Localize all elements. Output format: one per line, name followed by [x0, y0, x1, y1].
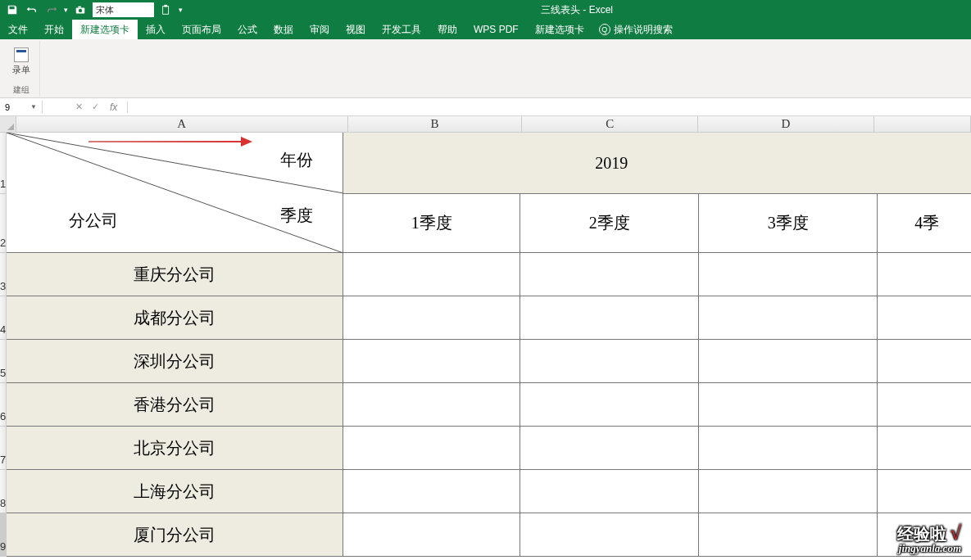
tab-insert[interactable]: 插入 [138, 20, 174, 39]
svg-rect-3 [163, 7, 169, 15]
data-cell[interactable] [343, 513, 520, 557]
company-cell[interactable]: 北京分公司 [7, 427, 343, 470]
year-cell[interactable]: 2019 [343, 133, 879, 194]
data-cell[interactable] [520, 513, 699, 557]
data-cell[interactable] [699, 513, 878, 557]
redo-icon[interactable] [44, 2, 59, 17]
company-cell[interactable]: 重庆分公司 [7, 253, 343, 296]
quarter-4-cell[interactable]: 4季 [878, 194, 971, 253]
tab-newtab2[interactable]: 新建选项卡 [527, 20, 592, 39]
data-cell[interactable] [878, 470, 971, 513]
formula-input[interactable] [128, 101, 971, 114]
titlebar: ▾ 宋体 ▾ 三线表头 - Excel [0, 0, 971, 20]
save-icon[interactable] [5, 2, 20, 17]
header-company-label: 分公司 [69, 210, 118, 232]
column-header-d[interactable]: D [698, 116, 874, 133]
row-header-8[interactable]: 8 [0, 470, 7, 513]
data-cell[interactable] [878, 383, 971, 427]
group-label: 建组 [13, 84, 29, 96]
year-cell-overflow[interactable] [879, 133, 971, 194]
quarter-2-cell[interactable]: 2季度 [520, 194, 699, 253]
data-cell[interactable] [699, 383, 878, 427]
enter-formula-icon[interactable]: ✓ [88, 102, 102, 113]
cancel-formula-icon[interactable]: ✕ [72, 102, 85, 113]
header-quarter-label: 季度 [280, 205, 313, 227]
company-cell[interactable]: 香港分公司 [7, 383, 343, 427]
column-header-c[interactable]: C [522, 116, 698, 133]
tab-newtab1[interactable]: 新建选项卡 [72, 20, 138, 39]
tab-layout[interactable]: 页面布局 [174, 20, 229, 39]
data-cell[interactable] [343, 470, 520, 513]
company-cell[interactable]: 上海分公司 [7, 470, 343, 513]
tab-home[interactable]: 开始 [36, 20, 72, 39]
tab-help[interactable]: 帮助 [429, 20, 465, 39]
spreadsheet-grid[interactable]: A B C D 1 2 3 4 5 6 7 8 9 [0, 116, 971, 557]
data-cell[interactable] [699, 253, 878, 296]
tab-view[interactable]: 视图 [338, 20, 374, 39]
data-cell[interactable] [520, 427, 699, 470]
row-header-9[interactable]: 9 [0, 513, 7, 557]
data-cell[interactable] [343, 253, 520, 296]
row-header-7[interactable]: 7 [0, 427, 7, 470]
record-button[interactable]: 录单 [7, 41, 36, 82]
row-header-1[interactable]: 1 [0, 133, 7, 194]
tell-me-search[interactable]: Q 操作说明搜索 [599, 23, 673, 37]
corner-header-cell[interactable]: 年份 季度 分公司 [7, 133, 343, 253]
data-cell[interactable] [520, 470, 699, 513]
check-icon: √ [951, 522, 961, 544]
data-cell[interactable] [343, 383, 520, 427]
undo-icon[interactable] [25, 2, 39, 17]
tab-data[interactable]: 数据 [265, 20, 302, 39]
record-label: 录单 [12, 64, 30, 76]
company-cell[interactable]: 成都分公司 [7, 296, 343, 340]
data-cell[interactable] [520, 383, 699, 427]
font-name-box[interactable]: 宋体 [93, 2, 154, 17]
data-cell[interactable] [520, 253, 699, 296]
name-box[interactable]: 9 ▼ [0, 101, 43, 114]
row-header-3[interactable]: 3 [0, 253, 7, 296]
ribbon-group-record: 录单 建组 [3, 41, 40, 96]
row-header-2[interactable]: 2 [0, 194, 7, 253]
qat-dropdown-icon[interactable]: ▾ [64, 6, 68, 14]
name-dropdown-icon[interactable]: ▼ [30, 103, 37, 111]
column-header-e[interactable] [874, 116, 971, 133]
tab-review[interactable]: 审阅 [302, 20, 338, 39]
data-cell[interactable] [699, 470, 878, 513]
tab-developer[interactable]: 开发工具 [374, 20, 429, 39]
window-title: 三线表头 - Excel [183, 3, 971, 17]
data-cell[interactable] [520, 340, 699, 383]
column-header-a[interactable]: A [16, 116, 348, 133]
data-cell[interactable] [878, 427, 971, 470]
fx-icon[interactable]: fx [105, 102, 122, 113]
data-cell[interactable] [878, 253, 971, 296]
svg-point-1 [79, 9, 82, 12]
data-cell[interactable] [699, 296, 878, 340]
lightbulb-icon: Q [599, 24, 610, 35]
tab-file[interactable]: 文件 [0, 20, 36, 39]
camera-icon[interactable] [73, 2, 88, 17]
column-header-b[interactable]: B [348, 116, 523, 133]
tab-formulas[interactable]: 公式 [229, 20, 265, 39]
company-cell[interactable]: 厦门分公司 [7, 513, 343, 557]
paste-icon[interactable] [159, 2, 174, 17]
ribbon-tabs: 文件 开始 新建选项卡 插入 页面布局 公式 数据 审阅 视图 开发工具 帮助 … [0, 20, 971, 39]
data-cell[interactable] [520, 296, 699, 340]
data-cell[interactable] [343, 427, 520, 470]
data-cell[interactable] [343, 296, 520, 340]
quarter-1-cell[interactable]: 1季度 [343, 194, 520, 253]
data-cell[interactable] [699, 340, 878, 383]
quarter-3-cell[interactable]: 3季度 [699, 194, 878, 253]
data-cell[interactable] [878, 296, 971, 340]
data-cell[interactable] [699, 427, 878, 470]
header-year-label: 年份 [280, 149, 313, 171]
tell-me-label: 操作说明搜索 [614, 23, 673, 37]
row-header-6[interactable]: 6 [0, 383, 7, 427]
tab-wpspdf[interactable]: WPS PDF [465, 20, 527, 39]
ribbon-content: 录单 建组 [0, 39, 971, 98]
data-cell[interactable] [343, 340, 520, 383]
company-cell[interactable]: 深圳分公司 [7, 340, 343, 383]
row-header-4[interactable]: 4 [0, 296, 7, 340]
select-all-triangle[interactable] [0, 116, 16, 133]
data-cell[interactable] [878, 340, 971, 383]
row-header-5[interactable]: 5 [0, 340, 7, 383]
